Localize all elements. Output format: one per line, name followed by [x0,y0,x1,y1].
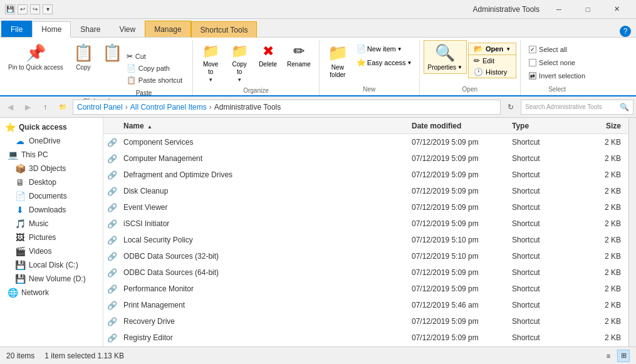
save-icon[interactable]: 💾 [5,4,15,14]
new-item-button[interactable]: 📄 New item ▼ [353,43,415,55]
table-row[interactable]: 🔗 ODBC Data Sources (64-bit) 07/12/2019 … [103,264,628,281]
sidebar-item-this-pc[interactable]: 💻 This PC [0,148,103,162]
file-size: 2 KB [585,203,628,212]
file-icon: 🔗 [103,300,121,310]
table-row[interactable]: 🔗 Computer Management 07/12/2019 5:09 pm… [103,150,628,167]
file-name: Performance Monitor [121,284,409,293]
undo-icon[interactable]: ↩ [18,4,28,14]
minimize-button[interactable]: ─ [545,0,573,19]
recent-locations-button[interactable]: 📁 [55,100,70,115]
pin-to-quick-access-button[interactable]: 📌 Pin to Quick access [4,40,68,75]
open-button[interactable]: 📂 Open ▼ ✏ Edit 🕐 History [468,43,516,78]
dropdown-icon[interactable]: ▾ [43,4,53,14]
search-icon[interactable]: 🔍 [620,103,629,112]
tab-shortcut-tools[interactable]: Shortcut Tools [191,21,258,38]
address-bar: ◀ ▶ ↑ 📁 Control Panel › All Control Pane… [0,96,636,118]
forward-button[interactable]: ▶ [20,100,35,115]
col-date-header[interactable]: Date modified [409,122,509,130]
invert-selection-button[interactable]: ⇄ Invert selection [524,70,590,81]
col-size-header[interactable]: Size [585,122,628,130]
maximize-button[interactable]: □ [573,0,602,19]
sidebar-item-pictures[interactable]: 🖼 Pictures [0,231,103,244]
table-row[interactable]: 🔗 Print Management 07/12/2019 5:46 am Sh… [103,297,628,313]
edit-button[interactable]: ✏ Edit [469,55,516,66]
file-date: 07/12/2019 5:09 pm [409,138,509,147]
file-rows-container: 🔗 Component Services 07/12/2019 5:09 pm … [103,134,628,346]
file-date: 07/12/2019 5:10 pm [409,252,509,261]
breadcrumb-item-1[interactable]: All Control Panel Items [130,103,207,112]
view-toggle: ≡ ⊞ [602,350,630,362]
search-box[interactable]: Search Administrative Tools 🔍 [521,100,633,115]
table-row[interactable]: 🔗 Event Viewer 07/12/2019 5:09 pm Shortc… [103,199,628,216]
scrollbar-area[interactable] [628,118,636,346]
sidebar-item-new-volume-d[interactable]: 💾 New Volume (D:) [0,272,103,286]
select-all-button[interactable]: ✓ Select all [524,44,590,55]
delete-icon: ✖ [263,43,274,60]
tab-file[interactable]: File [1,21,32,37]
back-button[interactable]: ◀ [3,100,18,115]
sidebar-item-3d-objects[interactable]: 📦 3D Objects [0,162,103,175]
tab-share[interactable]: Share [71,21,110,37]
table-row[interactable]: 🔗 Local Security Policy 07/12/2019 5:10 … [103,232,628,248]
help-button[interactable]: ? [620,26,631,37]
tab-home[interactable]: Home [32,21,71,38]
sidebar-item-music[interactable]: 🎵 Music [0,217,103,231]
table-row[interactable]: 🔗 Component Services 07/12/2019 5:09 pm … [103,134,628,150]
copy-path-button[interactable]: 📄 Copy path [123,63,185,74]
table-row[interactable]: 🔗 Recovery Drive 07/12/2019 5:09 pm Shor… [103,313,628,330]
close-button[interactable]: ✕ [602,0,631,19]
breadcrumb-item-0[interactable]: Control Panel [77,103,123,112]
open-arrow: ▼ [506,46,511,52]
copy-to-button[interactable]: 📁 Copyto ▼ [226,40,253,86]
network-label: Network [21,288,49,297]
paste-button[interactable]: 📋 ✂ Cut 📄 Copy path 📋 Paste shortcut [99,40,189,89]
file-name: Component Services [121,138,409,147]
sidebar-item-downloads[interactable]: ⬇ Downloads [0,203,103,217]
properties-button[interactable]: 🔍 Properties ▼ [424,40,467,74]
col-name-header[interactable]: Name ▲ [103,122,409,130]
history-button[interactable]: 🕐 History [469,66,516,78]
easy-access-button[interactable]: ⭐ Easy access ▼ [353,56,415,69]
up-button[interactable]: ↑ [38,100,53,115]
tab-manage[interactable]: Manage [145,21,190,37]
delete-button[interactable]: ✖ Delete [254,40,281,71]
details-view-button[interactable]: ≡ [602,350,615,362]
table-row[interactable]: 🔗 ODBC Data Sources (32-bit) 07/12/2019 … [103,248,628,264]
sidebar-item-quick-access[interactable]: ⭐ Quick access [0,120,103,134]
table-row[interactable]: 🔗 Disk Cleanup 07/12/2019 5:09 pm Shortc… [103,183,628,199]
table-row[interactable]: 🔗 Defragment and Optimize Drives 07/12/2… [103,167,628,183]
table-row[interactable]: 🔗 iSCSI Initiator 07/12/2019 5:09 pm Sho… [103,216,628,232]
sidebar-item-network[interactable]: 🌐 Network [0,286,103,299]
invert-label: Invert selection [539,72,585,80]
move-to-button[interactable]: 📁 Moveto ▼ [197,40,224,86]
table-row[interactable]: 🔗 Performance Monitor 07/12/2019 5:09 pm… [103,281,628,297]
paste-shortcut-button[interactable]: 📋 Paste shortcut [123,75,185,86]
cut-button[interactable]: ✂ Cut [123,51,185,62]
rename-button[interactable]: ✏ Rename [283,40,315,71]
file-date: 07/12/2019 5:09 pm [409,333,509,342]
edit-icon: ✏ [474,56,480,65]
col-type-header[interactable]: Type [509,122,585,130]
table-row[interactable]: 🔗 Resource Monitor 07/12/2019 5:09 pm Sh… [103,346,628,346]
new-folder-button[interactable]: 📁 Newfolder [323,40,352,82]
open-main[interactable]: 📂 Open ▼ [469,43,516,55]
sidebar-item-documents[interactable]: 📄 Documents [0,189,103,203]
file-size: 2 KB [585,187,628,195]
sidebar-item-onedrive[interactable]: ☁ OneDrive [0,134,103,148]
ribbon-group-new: 📁 Newfolder 📄 New item ▼ ⭐ Easy access ▼… [320,40,420,95]
sidebar-item-videos[interactable]: 🎬 Videos [0,244,103,258]
refresh-button[interactable]: ↻ [503,100,518,115]
select-none-button[interactable]: Select none [524,57,590,68]
redo-icon[interactable]: ↪ [30,4,40,14]
tiles-view-button[interactable]: ⊞ [617,350,630,362]
copy-path-icon: 📄 [127,64,136,73]
sidebar-item-desktop[interactable]: 🖥 Desktop [0,175,103,189]
copy-button[interactable]: 📋 Copy [69,40,98,74]
file-size: 2 KB [585,268,628,277]
music-icon: 🎵 [15,219,25,229]
tab-view[interactable]: View [110,21,145,37]
select-all-checkbox: ✓ [529,46,536,53]
breadcrumb[interactable]: Control Panel › All Control Panel Items … [73,100,501,115]
table-row[interactable]: 🔗 Registry Editor 07/12/2019 5:09 pm Sho… [103,330,628,346]
sidebar-item-local-disk-c[interactable]: 💾 Local Disk (C:) [0,258,103,272]
